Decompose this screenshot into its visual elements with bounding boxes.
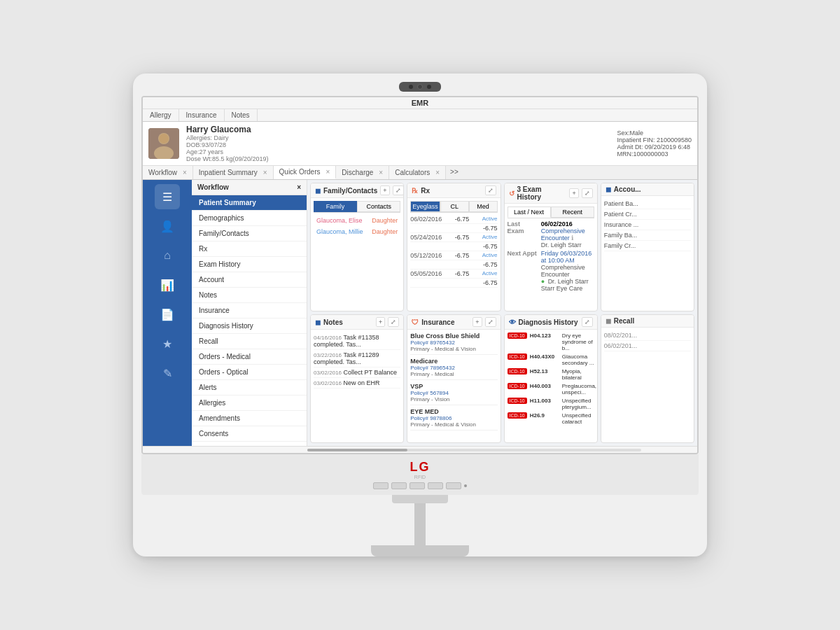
widget-insurance-add[interactable]: + xyxy=(472,317,482,327)
widget-insurance-edit[interactable]: ⤢ xyxy=(485,317,496,327)
left-nav-item-account[interactable]: Account xyxy=(192,272,307,288)
widget-notes-edit[interactable]: ⤢ xyxy=(388,317,399,327)
left-nav-item-consents[interactable]: Consents xyxy=(192,426,307,442)
nav-tab-discharge-close[interactable]: × xyxy=(379,169,383,176)
diag-badge-3: ICD-10 xyxy=(507,383,527,389)
exam-last-type-link[interactable]: Comprehensive Encounter xyxy=(541,227,585,241)
patient-dob: DOB:93/07/28 xyxy=(186,141,610,148)
widget-diagnosis-header: 👁 Diagnosis History ⤢ xyxy=(505,315,597,330)
left-nav-item-notes[interactable]: Notes xyxy=(192,288,307,303)
widget-account-title: ◼ Accou... xyxy=(606,186,641,193)
exam-last-label: LastExam xyxy=(507,220,537,248)
widget-rx-edit[interactable]: ⤢ xyxy=(485,186,496,195)
nav-tab-workflow-close[interactable]: × xyxy=(183,169,187,176)
sidebar-icon-home[interactable]: ⌂ xyxy=(155,243,180,268)
left-nav-item-orders-optical[interactable]: Orders - Optical xyxy=(192,365,307,380)
nav-tab-discharge[interactable]: Discharge × xyxy=(336,166,389,179)
sidebar-icon-menu[interactable]: ☰ xyxy=(155,184,180,209)
widget-diagnosis-edit[interactable]: ⤢ xyxy=(582,317,593,327)
sidebar-icon-chart[interactable]: 📊 xyxy=(155,272,180,298)
widget-family-add[interactable]: + xyxy=(380,186,389,195)
left-nav-item-family[interactable]: Family/Contacts xyxy=(192,226,307,241)
rx-tabs: Eyeglass CL Med xyxy=(410,201,497,213)
sidebar-icon-star[interactable]: ★ xyxy=(155,331,180,356)
insurance-item-3: EYE MED Policy# 9878806 Primary - Medica… xyxy=(410,408,497,430)
rx-tab-eyeglass[interactable]: Eyeglass xyxy=(410,201,440,212)
header-tab-notes[interactable]: Notes xyxy=(225,109,258,121)
control-btn-5[interactable] xyxy=(446,482,461,489)
exam-last-value: 06/02/2016 Comprehensive Encounter ℹ Dr.… xyxy=(541,220,594,248)
widget-notes-add[interactable]: + xyxy=(376,317,385,327)
family-member-0[interactable]: Glaucoma, Elise Daughter xyxy=(314,216,400,225)
patient-sex: Sex:Male xyxy=(617,130,692,136)
header-tab-insurance[interactable]: Insurance xyxy=(179,109,225,121)
sidebar-icon-doc[interactable]: 📄 xyxy=(155,302,180,327)
family-member-1[interactable]: Glaucoma, Millie Daughter xyxy=(314,227,400,237)
nav-tabs-row: Workflow × Inpatient Summary × Quick Ord… xyxy=(143,166,697,180)
nav-tab-quickorders[interactable]: Quick Orders × xyxy=(274,166,337,179)
header-tab-allergy[interactable]: Allergy xyxy=(143,109,179,121)
nav-tab-calculators-close[interactable]: × xyxy=(435,169,440,176)
left-nav-item-rx[interactable]: Rx xyxy=(192,241,307,257)
left-nav-item-exam[interactable]: Exam History xyxy=(192,257,307,272)
widget-notes: ◼ Notes + ⤢ 04/16/2016 Task #11358 compl… xyxy=(310,314,404,443)
rx-tab-cl[interactable]: CL xyxy=(440,201,469,212)
control-btn-1[interactable] xyxy=(373,482,388,489)
diag-desc-1: Glaucoma secondary ... xyxy=(562,354,594,366)
left-nav-item-allergies[interactable]: Allergies xyxy=(192,396,307,411)
nav-tab-workflow[interactable]: Workflow × xyxy=(143,166,193,179)
control-btn-3[interactable] xyxy=(410,482,425,489)
control-btn-4[interactable] xyxy=(428,482,443,489)
left-nav-item-alerts[interactable]: Alerts xyxy=(192,380,307,396)
monitor-bottom: LG RFID xyxy=(141,454,699,495)
recall-icon: ◼ xyxy=(606,317,611,325)
nav-tab-inpatient[interactable]: Inpatient Summary × xyxy=(193,166,274,179)
sidebar: ☰ 👤 ⌂ 📊 📄 ★ ✎ xyxy=(143,180,192,446)
nav-tab-more[interactable]: >> xyxy=(446,166,463,179)
left-nav-item-insurance[interactable]: Insurance xyxy=(192,303,307,318)
lg-logo: LG xyxy=(141,460,699,475)
monitor-stand-top xyxy=(392,495,448,503)
notes-entry-1: 03/22/2016 Task #11289 completed. Tas... xyxy=(314,350,400,368)
family-tab-contacts[interactable]: Contacts xyxy=(357,201,400,212)
rx-val-0: -6.75 xyxy=(455,216,470,223)
exam-info-icon: ℹ xyxy=(571,234,573,241)
widget-exam: ↺ 3 Exam History + ⤢ Last / Next Recent xyxy=(504,183,598,312)
exam-next-date-link[interactable]: Friday 06/03/2016 at 10:00 AM xyxy=(541,250,592,264)
account-row-3: Family Ba... xyxy=(604,230,691,241)
family-name-elise: Glaucoma, Elise xyxy=(316,217,363,224)
left-nav: Workflow × Patient Summary Demographics … xyxy=(192,180,307,446)
insurance-item-1: Medicare Policy# 78965432 Primary - Medi… xyxy=(410,358,497,380)
scrollbar-track[interactable] xyxy=(307,449,641,451)
widget-family-edit[interactable]: ⤢ xyxy=(393,186,404,195)
sidebar-icon-pen[interactable]: ✎ xyxy=(155,360,180,386)
widget-exam-add[interactable]: + xyxy=(569,188,578,198)
exam-tabs: Last / Next Recent xyxy=(507,206,594,218)
nav-tab-calculators[interactable]: Calculators × xyxy=(389,166,446,179)
left-nav-item-diagnosis[interactable]: Diagnosis History xyxy=(192,318,307,334)
account-row-1: Patient Cr... xyxy=(604,209,691,220)
family-tab-family[interactable]: Family xyxy=(314,201,357,212)
exam-next-value: Friday 06/03/2016 at 10:00 AM Comprehens… xyxy=(541,250,594,292)
nav-tab-inpatient-close[interactable]: × xyxy=(263,169,267,176)
exam-tab-lastnext[interactable]: Last / Next xyxy=(507,206,551,218)
left-nav-item-demographics[interactable]: Demographics xyxy=(192,211,307,226)
left-nav-close[interactable]: × xyxy=(297,183,301,191)
diag-desc-4: Unspecified pterygium... xyxy=(562,398,594,410)
left-nav-item-orders-medical[interactable]: Orders - Medical xyxy=(192,349,307,365)
nav-tab-quickorders-close[interactable]: × xyxy=(326,168,330,176)
rx-icon: ℞ xyxy=(412,187,418,195)
left-nav-item-recall[interactable]: Recall xyxy=(192,334,307,349)
left-nav-item-patient-summary[interactable]: Patient Summary xyxy=(192,195,307,211)
exam-tab-recent[interactable]: Recent xyxy=(551,206,594,218)
left-nav-item-amendments[interactable]: Amendments xyxy=(192,411,307,426)
diag-row-3: ICD-10 H40.003 Preglaucoma, unspeci... xyxy=(507,383,594,396)
widget-exam-edit[interactable]: ⤢ xyxy=(582,188,593,198)
exam-next-label: Next Appt xyxy=(507,250,537,292)
notes-entry-3: 03/02/2016 New on EHR xyxy=(314,378,400,388)
patient-extra-details: Sex:Male Inpatient FIN: 2100009580 Admit… xyxy=(617,130,692,158)
sidebar-icon-user[interactable]: 👤 xyxy=(155,214,180,239)
rx-tab-med[interactable]: Med xyxy=(469,201,498,212)
widget-insurance-header: 🛡 Insurance + ⤢ xyxy=(407,315,500,330)
control-btn-2[interactable] xyxy=(391,482,407,489)
